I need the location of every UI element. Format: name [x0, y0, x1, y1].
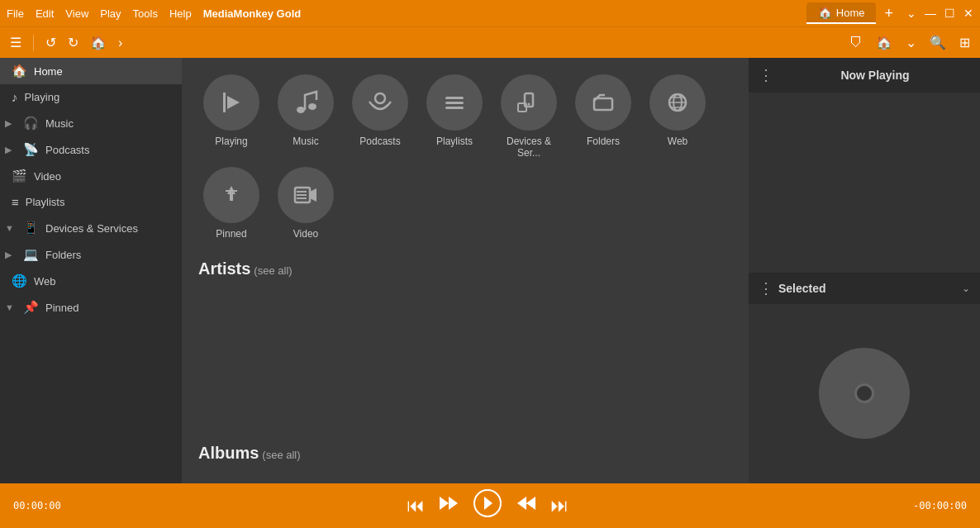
- folders-icon: 💻: [23, 247, 39, 262]
- albums-section: Albums(see all): [198, 444, 732, 463]
- grid-label-pinned: Pinned: [216, 228, 246, 240]
- grid-label-web: Web: [668, 136, 687, 147]
- sidebar-item-podcasts[interactable]: ▶ 📡 Podcasts: [0, 136, 182, 163]
- menu-view[interactable]: View: [65, 7, 88, 20]
- pinned-icon: 📌: [23, 300, 39, 315]
- now-playing-menu-icon[interactable]: ⋮: [759, 66, 773, 84]
- title-bar: File Edit View Play Tools Help MediaMonk…: [0, 0, 980, 26]
- now-playing-header: ⋮ Now Playing: [749, 58, 980, 93]
- sidebar-item-playing[interactable]: ♪ Playing: [0, 84, 182, 110]
- grid-item-web[interactable]: Web: [645, 74, 711, 159]
- folders-circle-icon: [575, 74, 631, 131]
- grid-item-music[interactable]: Music: [273, 74, 339, 159]
- web-circle-icon: [649, 74, 706, 131]
- expand-podcasts-icon: ▶: [5, 145, 17, 155]
- video-circle-icon: [278, 167, 334, 223]
- grid-label-devices: Devices & Ser...: [496, 136, 562, 159]
- grid-item-video[interactable]: Video: [273, 167, 339, 240]
- sidebar-label-pinned: Pinned: [45, 302, 78, 314]
- artists-title: Artists: [198, 259, 250, 278]
- home-toolbar-button[interactable]: 🏠: [87, 33, 110, 52]
- sidebar-label-folders: Folders: [45, 249, 81, 261]
- music-icon: 🎧: [23, 116, 39, 131]
- forward-button[interactable]: [516, 493, 537, 518]
- svg-rect-5: [445, 107, 464, 109]
- sidebar-label-video: Video: [34, 170, 61, 183]
- rewind-button[interactable]: [438, 493, 459, 518]
- grid-item-devices[interactable]: Devices & Ser...: [496, 74, 562, 159]
- playing-icon: ♪: [12, 90, 18, 104]
- selected-menu-icon[interactable]: ⋮: [759, 279, 773, 297]
- window-controls: ⌄ — ☐ ✕: [906, 7, 973, 20]
- svg-rect-12: [230, 194, 233, 201]
- sidebar-label-playing: Playing: [25, 91, 60, 103]
- home-icon: 🏠: [12, 64, 27, 78]
- menu-edit[interactable]: Edit: [36, 7, 54, 20]
- grid-item-folders[interactable]: Folders: [570, 74, 636, 159]
- next-button[interactable]: ⏭: [550, 495, 568, 516]
- svg-point-7: [528, 103, 530, 106]
- expand-pinned-icon: ▼: [5, 302, 17, 312]
- dropdown-toolbar-button[interactable]: ⌄: [902, 33, 920, 52]
- close-button[interactable]: ✕: [963, 7, 973, 20]
- content-area: Playing Music Podcasts: [182, 58, 749, 483]
- disc-icon: [819, 348, 910, 439]
- play-button[interactable]: [473, 488, 502, 524]
- menu-tools[interactable]: Tools: [133, 7, 158, 20]
- sidebar-item-music[interactable]: ▶ 🎧 Music: [0, 110, 182, 136]
- minimize-button[interactable]: —: [925, 7, 936, 20]
- sidebar: 🏠 Home ♪ Playing ▶ 🎧 Music ▶ 📡 Podcasts …: [0, 58, 182, 483]
- selected-chevron-icon[interactable]: ⌄: [962, 283, 970, 294]
- forward-button[interactable]: ›: [115, 34, 126, 52]
- podcasts-circle-icon: [352, 74, 408, 131]
- sidebar-item-video[interactable]: 🎬 Video: [0, 163, 182, 189]
- grid-label-playlists: Playlists: [436, 136, 473, 147]
- playing-circle-icon: [203, 74, 259, 131]
- sidebar-item-folders[interactable]: ▶ 💻 Folders: [0, 241, 182, 268]
- home-tab-label: Home: [836, 7, 865, 19]
- expand-devices-icon: ▼: [5, 223, 17, 233]
- menu-help[interactable]: Help: [169, 7, 192, 20]
- grid-label-podcasts: Podcasts: [359, 136, 400, 147]
- search-button[interactable]: 🔍: [926, 33, 949, 52]
- hamburger-button[interactable]: ☰: [7, 33, 25, 52]
- playback-controls: ⏮ ⏭: [69, 488, 906, 524]
- podcasts-icon: 📡: [23, 142, 39, 157]
- layout-button[interactable]: ⊞: [956, 33, 973, 52]
- menu-play[interactable]: Play: [100, 7, 121, 20]
- selected-panel: ⋮ Selected ⌄: [749, 273, 980, 304]
- separator-1: [33, 35, 34, 51]
- home-btn2[interactable]: 🏠: [873, 33, 896, 52]
- expand-music-icon: ▶: [5, 118, 17, 129]
- sidebar-item-home[interactable]: 🏠 Home: [0, 58, 182, 84]
- tab-home[interactable]: 🏠 Home +: [806, 2, 893, 24]
- svg-rect-9: [594, 98, 612, 110]
- albums-see-all[interactable]: (see all): [262, 449, 300, 461]
- sidebar-item-pinned[interactable]: ▼ 📌 Pinned: [0, 294, 182, 321]
- grid-label-music: Music: [293, 136, 318, 147]
- prev-button[interactable]: ⏮: [407, 495, 425, 516]
- artists-see-all[interactable]: (see all): [254, 264, 292, 277]
- devices-circle-icon: [501, 74, 557, 131]
- toolbar-right: ⛉ 🏠 ⌄ 🔍 ⊞: [846, 33, 973, 52]
- menu-file[interactable]: File: [7, 7, 24, 20]
- sidebar-item-devices[interactable]: ▼ 📱 Devices & Services: [0, 215, 182, 241]
- web-icon: 🌐: [12, 274, 27, 288]
- dropdown-button[interactable]: ⌄: [906, 7, 916, 20]
- grid-item-podcasts[interactable]: Podcasts: [347, 74, 413, 159]
- sidebar-item-web[interactable]: 🌐 Web: [0, 268, 182, 294]
- svg-rect-4: [445, 102, 464, 104]
- undo-button[interactable]: ↺: [42, 33, 59, 52]
- grid-item-playing[interactable]: Playing: [198, 74, 264, 159]
- sidebar-label-home: Home: [34, 65, 63, 78]
- redo-button[interactable]: ↻: [64, 33, 82, 52]
- new-tab-button[interactable]: +: [884, 5, 893, 22]
- grid-label-playing: Playing: [215, 136, 247, 147]
- filter-button[interactable]: ⛉: [846, 34, 866, 52]
- pinned-circle-icon: [203, 167, 259, 223]
- grid-item-pinned[interactable]: Pinned: [198, 167, 264, 240]
- devices-icon: 📱: [23, 221, 39, 235]
- sidebar-item-playlists[interactable]: ≡ Playlists: [0, 189, 182, 215]
- maximize-button[interactable]: ☐: [944, 7, 955, 20]
- grid-item-playlists[interactable]: Playlists: [421, 74, 488, 159]
